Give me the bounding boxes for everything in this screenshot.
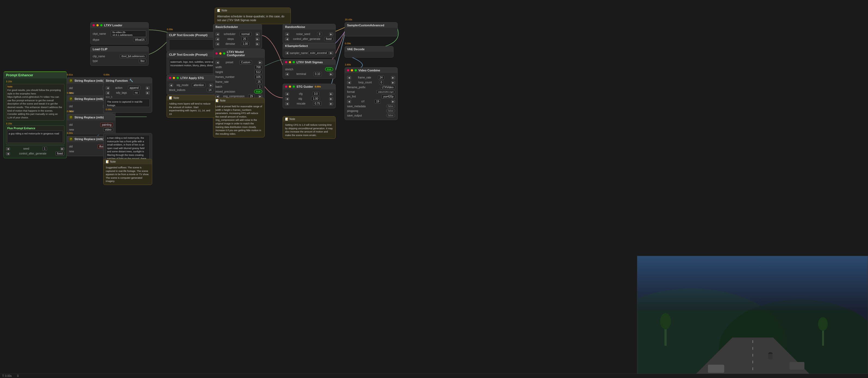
vc-fr-left[interactable]: ◀: [347, 76, 351, 79]
noise-seed-value[interactable]: 0: [317, 32, 322, 36]
stg-guider-title: STG Guider: [297, 85, 313, 88]
stretch-toggle[interactable]: true: [325, 67, 333, 71]
vc-filename-label: filename_prefix: [347, 86, 366, 89]
ckpt-value[interactable]: ltx-video-2b-v0.9.1.safetensors: [111, 30, 146, 37]
stg-value[interactable]: 1.00: [311, 97, 319, 101]
vc-format-value[interactable]: video/h264-mp4: [376, 90, 395, 94]
scheduler-value[interactable]: normal: [240, 32, 251, 36]
frame-rate-value[interactable]: 25: [256, 80, 262, 84]
sr3-old-value[interactable]: painting: [100, 123, 113, 127]
sr3-badge: 7: [69, 115, 73, 119]
dtype-value[interactable]: bfloat16: [133, 38, 146, 42]
preset-right[interactable]: ▶: [258, 61, 262, 64]
flux-prompt-text[interactable]: a guy riding a red motorcycle in gorgeou…: [7, 131, 63, 143]
noise-seed-right[interactable]: ▶: [329, 33, 333, 36]
note-header: 📝 Note: [215, 8, 290, 13]
vc-fr-right[interactable]: ▶: [391, 76, 395, 79]
steps-left-arrow[interactable]: ◀: [216, 37, 220, 41]
width-value[interactable]: 768: [254, 65, 262, 69]
sf-textb-value[interactable]: The scene is captured in real-life foota…: [106, 99, 150, 107]
note-sublabel: Note: [7, 85, 63, 88]
shift-sigmas-title: LTXV Shift Sigmas: [297, 61, 323, 64]
vc-pix-value[interactable]: yuv420p: [381, 95, 395, 99]
basic-scheduler-node: BasicScheduler ◀ scheduler normal ▶ ◀ st…: [213, 24, 262, 48]
steps-value[interactable]: 25: [242, 37, 248, 41]
stretch-label: stretch: [285, 68, 293, 71]
vc-crf-value[interactable]: 19: [374, 99, 381, 103]
sf-action-left[interactable]: ◀: [106, 87, 110, 90]
as-dot-g: [177, 77, 179, 79]
pe-seed-right[interactable]: ▶: [60, 147, 64, 150]
sampler-name-value[interactable]: euler_ancestral: [308, 51, 329, 55]
sampler-name-right[interactable]: ▶: [329, 51, 333, 55]
clip-type-value[interactable]: ltxv: [139, 59, 146, 63]
batch-value[interactable]: 1: [257, 85, 262, 89]
prompt-enhancer-title: Prompt Enhancer: [6, 73, 33, 77]
denoise-right-arrow[interactable]: ▶: [255, 42, 259, 46]
stg-left[interactable]: ◀: [285, 97, 289, 100]
vc-loop-value[interactable]: 0: [379, 80, 384, 84]
control-after-value[interactable]: fixed: [324, 37, 333, 41]
vc-crf-right[interactable]: ▶: [391, 100, 395, 103]
pe-seed-left[interactable]: ◀: [6, 147, 10, 150]
scheduler-left-arrow[interactable]: ◀: [216, 33, 220, 36]
control-after-left[interactable]: ◀: [285, 37, 289, 41]
terminal-value[interactable]: 0.10: [313, 72, 322, 76]
frames-value[interactable]: 105: [254, 75, 262, 79]
sf-sdy-right[interactable]: ▶: [146, 91, 150, 95]
stg-mode-value[interactable]: attention: [192, 83, 206, 87]
clip-name-value[interactable]: t5xxl_fp8.safetensors: [120, 54, 146, 58]
steps-right-arrow[interactable]: ▶: [255, 37, 259, 41]
basic-scheduler-header: BasicScheduler: [213, 24, 262, 30]
note-suffixes-node: 📝 Note Suggested suffixes: The scene is …: [103, 159, 152, 185]
sf-timing: 0.00s: [103, 73, 110, 76]
denoise-value[interactable]: 1.00: [241, 42, 249, 46]
vc-save-meta-value[interactable]: false: [386, 104, 395, 108]
ksampler-header: KSamplerSelect: [283, 43, 335, 48]
vc-crf-left[interactable]: ◀: [347, 100, 351, 103]
stg-mode-left[interactable]: ◀: [169, 83, 173, 87]
pe-ctrl-left[interactable]: ◀: [6, 152, 10, 155]
height-value[interactable]: 512: [254, 70, 262, 74]
sf-action-right[interactable]: ▶: [146, 87, 150, 90]
sf-action-value[interactable]: append: [128, 86, 140, 90]
sf-sdy-value[interactable]: no: [133, 91, 140, 95]
enhanced-prompt-text[interactable]: a man riding a red motorcycle, the motor…: [106, 135, 150, 161]
rescale-value[interactable]: 0.75: [313, 102, 321, 106]
mixed-precision-toggle[interactable]: true: [254, 90, 262, 94]
pe-seed-value[interactable]: 1: [42, 147, 47, 151]
stg-right[interactable]: ▶: [329, 97, 333, 100]
stretch-row: stretch true: [285, 67, 333, 71]
pe-ctrl-value[interactable]: fixed: [56, 151, 64, 156]
sr3-new-value[interactable]: video: [103, 128, 113, 132]
vc-save-out-value[interactable]: false: [386, 113, 395, 117]
stg-mode-right[interactable]: ▶: [209, 83, 213, 87]
sr2-timing: 0.00s: [67, 92, 73, 94]
img-comp-right[interactable]: ▶: [258, 95, 262, 98]
frame-rate-label: frame_rate: [216, 80, 228, 83]
vc-save-out-row: save_output false: [347, 113, 395, 117]
vc-loop-left[interactable]: ◀: [347, 81, 351, 84]
scheduler-right-arrow[interactable]: ▶: [255, 33, 259, 36]
denoise-left-arrow[interactable]: ◀: [216, 42, 220, 46]
img-comp-left[interactable]: ◀: [216, 95, 220, 98]
vc-filename-value[interactable]: LTXVideo: [380, 85, 395, 89]
sf-sdy-left[interactable]: ◀: [106, 91, 110, 95]
noise-seed-left[interactable]: ◀: [285, 33, 289, 36]
vc-fr-value[interactable]: 24: [378, 75, 384, 79]
rescale-left[interactable]: ◀: [285, 102, 289, 105]
sampler-name-left[interactable]: ◀: [285, 51, 289, 55]
block-indices-value[interactable]: 14: [207, 88, 213, 92]
vc-ping-value[interactable]: false: [386, 109, 395, 113]
sf-header: String Function 🔧: [103, 78, 152, 83]
preset-left[interactable]: ◀: [216, 61, 220, 64]
vc-loop-right[interactable]: ▶: [391, 81, 395, 84]
cfg-value[interactable]: 3.0: [312, 92, 319, 96]
preset-value[interactable]: Custom: [240, 60, 252, 64]
terminal-left[interactable]: ◀: [285, 72, 289, 76]
pe-seed-label: seed: [23, 147, 29, 150]
cfg-right[interactable]: ▶: [329, 92, 333, 96]
terminal-right[interactable]: ▶: [329, 72, 333, 76]
rescale-right[interactable]: ▶: [329, 102, 333, 105]
cfg-left[interactable]: ◀: [285, 92, 289, 96]
